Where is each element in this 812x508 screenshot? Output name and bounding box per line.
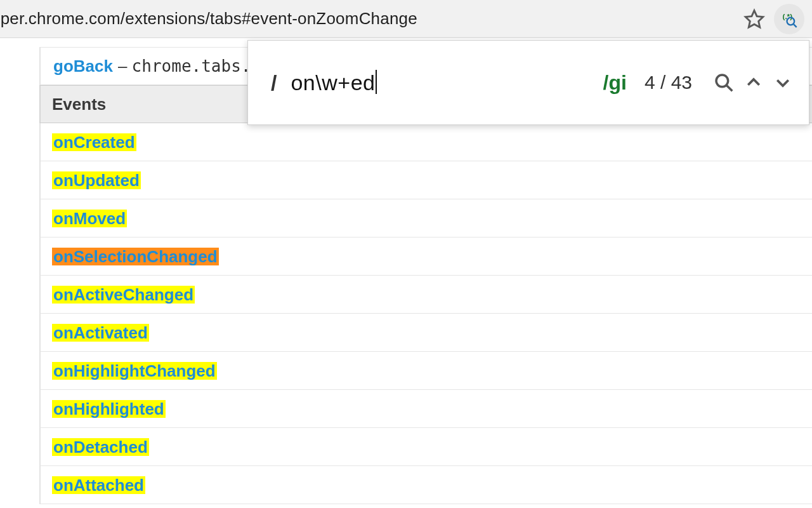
regex-search-extension-icon[interactable]: (.*) — [774, 4, 804, 34]
regex-open-delimiter: / — [271, 70, 277, 95]
event-row: onUpdated — [39, 161, 812, 199]
svg-marker-0 — [745, 11, 763, 27]
event-row: onDetached — [39, 428, 812, 466]
prev-match-icon[interactable] — [744, 73, 763, 92]
regex-pattern-input[interactable]: on\w+ed — [291, 70, 377, 95]
svg-line-3 — [794, 24, 797, 27]
event-row: onAttached — [39, 466, 812, 504]
svg-point-4 — [716, 75, 728, 87]
regex-search-popup: / on\w+ed /gi 4 / 43 — [247, 40, 809, 125]
search-popup-controls — [714, 72, 792, 93]
event-link-onactivated[interactable]: onActivated — [52, 324, 149, 342]
event-link-onhighlighted[interactable]: onHighlighted — [52, 400, 166, 418]
event-link-oncreated[interactable]: onCreated — [52, 133, 136, 151]
text-caret — [376, 70, 377, 94]
event-row: onMoved — [39, 199, 812, 237]
event-row: onActivated — [39, 314, 812, 352]
address-bar: loper.chrome.com/extensions/tabs#event-o… — [0, 0, 812, 38]
svg-line-5 — [727, 86, 733, 91]
event-row: onActiveChanged — [39, 276, 812, 314]
next-match-icon[interactable] — [773, 73, 792, 92]
events-header-label: Events — [52, 95, 106, 114]
event-link-onattached[interactable]: onAttached — [52, 476, 145, 494]
goback-link[interactable]: goBack — [52, 57, 114, 75]
address-bar-actions: (.*) — [743, 0, 804, 38]
event-link-ondetached[interactable]: onDetached — [52, 438, 149, 456]
goback-dash: – — [118, 57, 132, 76]
event-link-onselectionchanged[interactable]: onSelectionChanged — [52, 248, 219, 265]
match-count: 4 / 43 — [645, 72, 692, 93]
goback-code: chrome.tabs. — [132, 57, 251, 76]
bookmark-star-icon[interactable] — [743, 8, 765, 30]
event-link-onactivechanged[interactable]: onActiveChanged — [52, 286, 195, 304]
goback-signature: – chrome.tabs. — [118, 57, 251, 76]
event-row: onSelectionChanged — [39, 237, 812, 276]
url-text[interactable]: loper.chrome.com/extensions/tabs#event-o… — [0, 9, 417, 29]
regex-pattern-text: on\w+ed — [291, 70, 375, 95]
event-row: onHighlightChanged — [39, 352, 812, 390]
search-icon[interactable] — [714, 72, 734, 93]
event-link-onmoved[interactable]: onMoved — [52, 210, 127, 227]
event-link-onhighlightchanged[interactable]: onHighlightChanged — [52, 362, 217, 380]
event-link-onupdated[interactable]: onUpdated — [52, 171, 141, 189]
event-row: onHighlighted — [39, 390, 812, 428]
regex-flags[interactable]: /gi — [603, 71, 627, 95]
event-row: onCreated — [39, 123, 812, 161]
